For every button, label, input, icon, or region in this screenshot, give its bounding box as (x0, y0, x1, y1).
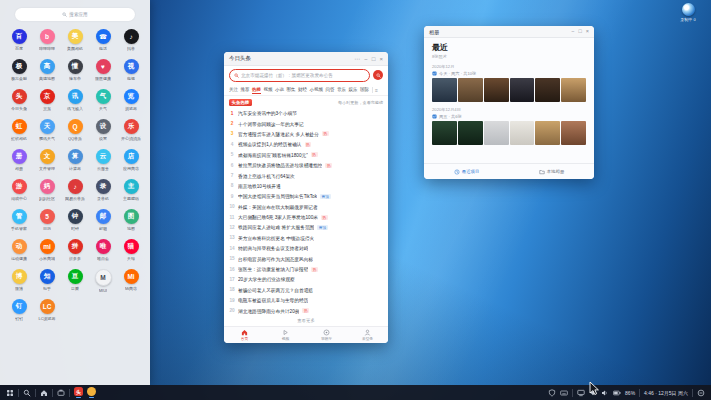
app-录音机[interactable]: 录录音机 (89, 177, 117, 207)
photo-thumbnail[interactable] (432, 121, 457, 145)
running-app-今日头条[interactable]: 头 (74, 387, 83, 398)
news-item[interactable]: 16张医生：运动康复被纳入门诊报销热 (229, 264, 383, 274)
taskbar-home-icon[interactable] (40, 389, 48, 397)
tab-图集[interactable]: 图集 (287, 86, 296, 93)
app-LC浏览器[interactable]: LCLC浏览器 (33, 297, 61, 327)
app-小米商城[interactable]: mi小米商城 (33, 237, 61, 267)
news-item[interactable]: 4视频会议提到1人的经历被确认热 (229, 139, 383, 149)
app-search-input[interactable]: 搜索应用 (15, 8, 135, 21)
hot-list-meta[interactable]: 每小时更新，查看完整榜 (338, 100, 383, 105)
app-网易云音乐[interactable]: ♪网易云音乐 (61, 177, 89, 207)
app-游戏中心[interactable]: 游游戏中心 (5, 177, 33, 207)
news-item[interactable]: 11大巴侧翻已致6死 3家人距事发地100米热 (229, 212, 383, 222)
app-懂车帝[interactable]: 懂懂车帝 (61, 57, 89, 87)
app-时钟[interactable]: 钟时钟 (61, 207, 89, 237)
app-计算器[interactable]: 算计算器 (61, 147, 89, 177)
news-item[interactable]: 1720岁大学生的行业边缘观察 (229, 274, 383, 284)
app-百度[interactable]: 百百度 (5, 27, 33, 57)
app-唯品会[interactable]: 唯唯品会 (89, 237, 117, 267)
app-抖音[interactable]: ♪抖音 (117, 27, 145, 57)
app-豆瓣[interactable]: 豆豆瓣 (61, 267, 89, 297)
app-微博[interactable]: 博微博 (5, 267, 33, 297)
app-主题壁纸[interactable]: 主主题壁纸 (117, 177, 145, 207)
app-天猫[interactable]: 猫天猫 (117, 237, 145, 267)
notification-icon[interactable] (697, 389, 705, 397)
news-item[interactable]: 7香港上空战斗机飞行64架次 (229, 170, 383, 180)
app-知乎[interactable]: 知知乎 (33, 267, 61, 297)
tab-关注[interactable]: 关注 (229, 86, 238, 93)
taskbar-workspace-icon[interactable] (57, 389, 65, 397)
toutiao-close-icon[interactable]: × (379, 56, 383, 62)
news-item[interactable]: 10外媒：美国宣布在联大制裁俄罗斯记者 (229, 202, 383, 212)
app-讯飞输入[interactable]: 讯讯飞输入 (61, 87, 89, 117)
tabs-more-icon[interactable]: ≡ (375, 87, 378, 93)
tray-ime-icon[interactable] (560, 389, 568, 397)
app-京东[interactable]: 京京东 (33, 87, 61, 117)
app-邮箱[interactable]: 邮邮箱 (89, 207, 117, 237)
app-电视[interactable]: 视电视 (117, 57, 145, 87)
photo-thumbnail[interactable] (458, 121, 483, 145)
running-app-相册[interactable] (87, 387, 96, 398)
photo-thumbnail[interactable] (510, 121, 535, 145)
app-Mi商店[interactable]: MiMi商店 (117, 267, 145, 297)
toutiao-minimize-icon[interactable]: − (364, 56, 368, 62)
news-item[interactable]: 15台积电官员称可作为大国态度风向标 (229, 253, 383, 263)
news-item[interactable]: 14特朗普与拜登税务会议支持者对峙 (229, 243, 383, 253)
app-电话[interactable]: ☎电话 (89, 27, 117, 57)
app-QQ音乐[interactable]: QQQ音乐 (61, 117, 89, 147)
toutiao-search-button[interactable] (373, 70, 383, 80)
app-开心消消乐[interactable]: 乐开心消消乐 (117, 117, 145, 147)
tab-推荐[interactable]: 推荐 (241, 86, 250, 93)
tab-热榜[interactable]: 热榜 (252, 86, 261, 94)
nav-视频[interactable]: 视频 (265, 327, 306, 343)
photo-thumbnail[interactable] (510, 78, 535, 102)
app-美颜相机[interactable]: 美美颜相机 (61, 27, 89, 57)
battery-icon[interactable] (613, 389, 621, 397)
photo-thumbnail[interactable] (484, 121, 509, 145)
app-MIUI[interactable]: MMIUI (89, 267, 117, 297)
photo-thumbnail[interactable] (432, 78, 457, 102)
gallery-最近项目-button[interactable]: 最近项目 (424, 169, 509, 175)
news-item[interactable]: 18被骗公司老人又获两万元？自首退赔 (229, 285, 383, 295)
news-item[interactable]: 20湖北道路强降雨分布共计20例热 (229, 305, 383, 315)
toutiao-search-input[interactable]: 北京市烟花爆竹（新）：禁燃区更改发布公告 (229, 69, 370, 82)
select-check-icon[interactable] (432, 114, 437, 119)
gallery-maximize-icon[interactable]: □ (578, 29, 581, 35)
news-item[interactable]: 2十个词带你回顾这一年的大事记 (229, 118, 383, 128)
news-item[interactable]: 19电瓶车被盗窃后儿童与生母的经历 (229, 295, 383, 305)
clock-date[interactable]: 4:46 · 12月5日 周六 (644, 390, 688, 396)
tray-display-icon[interactable] (577, 389, 585, 397)
app-极光金融[interactable]: 极极光金融 (5, 57, 33, 87)
news-item[interactable]: 6被拉黑后快递员将物品丢进垃圾桶遭指控热 (229, 160, 383, 170)
photo-thumbnail[interactable] (535, 121, 560, 145)
nav-未登录[interactable]: 未登录 (347, 327, 388, 343)
app-相册[interactable]: 册相册 (5, 147, 33, 177)
tab-小说[interactable]: 小说 (275, 86, 284, 93)
app-地图[interactable]: 图地图 (117, 207, 145, 237)
news-item[interactable]: 5成都海底捞回应“顾客转账1800元”热 (229, 150, 383, 160)
app-微医健康[interactable]: ♥微医健康 (89, 57, 117, 87)
gallery-titlebar[interactable]: 相册 −□× (424, 26, 594, 38)
taskbar-search-icon[interactable] (23, 389, 31, 397)
app-钉钉[interactable]: 钉钉钉 (5, 297, 33, 327)
app-应用商店[interactable]: 店应用商店 (117, 147, 145, 177)
photo-thumbnail[interactable] (458, 78, 483, 102)
tab-视频[interactable]: 视频 (264, 86, 273, 93)
tray-shield-icon[interactable] (548, 389, 556, 397)
app-妈妈社区[interactable]: 妈妈妈社区 (33, 177, 61, 207)
photo-thumbnail[interactable] (561, 78, 586, 102)
app-浏览器[interactable]: 览浏览器 (117, 87, 145, 117)
app-手机管家[interactable]: 管手机管家 (5, 207, 33, 237)
tab-音乐[interactable]: 音乐 (337, 86, 346, 93)
app-拼多多[interactable]: 拼拼多多 (61, 237, 89, 267)
app-日历[interactable]: 5日历 (33, 207, 61, 237)
toutiao-titlebar[interactable]: 今日头条 ⋯−□× (224, 52, 388, 66)
toutiao-menu-icon[interactable]: ⋯ (354, 56, 360, 62)
view-more-link[interactable]: 查看更多 (224, 316, 388, 323)
gallery-minimize-icon[interactable]: − (571, 29, 574, 35)
photo-thumbnail[interactable] (535, 78, 560, 102)
app-文件管理[interactable]: 文文件管理 (33, 147, 61, 177)
app-今日头条[interactable]: 头今日头条 (5, 87, 33, 117)
taskbar-grid-icon[interactable] (6, 389, 14, 397)
news-item[interactable]: 12铁路回应老人进站难 将扩大服务范围置顶 (229, 222, 383, 232)
